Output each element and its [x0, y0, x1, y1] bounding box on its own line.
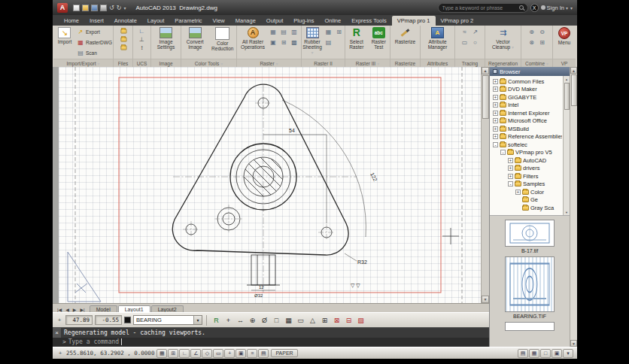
titlebar-options-icon[interactable]: ▾ [570, 5, 573, 11]
tool-button[interactable]: + [223, 314, 234, 326]
tool-button[interactable]: △ [307, 314, 318, 326]
panel-caption-raster2[interactable]: Raster II [302, 59, 345, 67]
all-raster-operations-button[interactable]: AAll Raster Operations [239, 27, 267, 50]
tree-item[interactable]: + drivers [491, 165, 562, 173]
new-file-icon[interactable] [73, 5, 80, 11]
layout-tab[interactable]: Model [90, 305, 117, 312]
file-thumbnail[interactable]: BEARING.TIF [490, 256, 570, 319]
scroll-down-icon[interactable]: ▼ [482, 296, 489, 303]
ucs-rotate-icon[interactable]: ↕ [138, 44, 146, 51]
raster-tool-icon[interactable]: ▤ [279, 27, 289, 37]
panel-caption-import-export[interactable]: Import/Export▾ [53, 59, 113, 67]
expand-icon[interactable]: + [508, 174, 513, 179]
scroll-up-icon[interactable]: ▲ [482, 67, 489, 74]
panel-caption-rasterize[interactable]: Rasterize [390, 59, 420, 67]
raster-test-button[interactable]: abcRaster Test [369, 27, 390, 50]
status-toggle-button[interactable]: ▣ [235, 349, 246, 358]
scroll-down-icon[interactable]: ▼ [570, 340, 577, 347]
status-icon-button[interactable]: ▤ [518, 349, 528, 358]
panel-caption-color-tools[interactable]: Color Tools▾ [181, 59, 236, 67]
paper-model-toggle[interactable]: PAPER [271, 349, 297, 357]
expand-icon[interactable]: + [493, 118, 498, 123]
file-attach-icon[interactable] [120, 36, 126, 43]
file-open-icon[interactable] [120, 28, 126, 35]
tool-button[interactable]: ⊞ [319, 314, 330, 326]
tool-button[interactable]: ⊕ [247, 314, 258, 326]
raster-tool-icon[interactable]: ▥ [290, 27, 299, 37]
raster-tool-icon[interactable]: ⊞ [279, 38, 289, 47]
layout-tab[interactable]: Layout2 [151, 305, 184, 312]
ribbon-tab[interactable]: Plug-ins [288, 16, 319, 26]
tree-item[interactable]: + GIGABYTE [491, 93, 562, 102]
export-button[interactable]: ↗Export [77, 27, 112, 37]
status-icon-button[interactable]: ▣ [552, 349, 562, 358]
tree-item[interactable]: + Reference Assemblies [491, 133, 562, 141]
rasterize-button[interactable]: Rasterize [391, 27, 419, 44]
raster2-tool-icon[interactable]: ▤ [324, 38, 333, 47]
image-settings-button[interactable]: Image Settings [152, 27, 180, 50]
tool-button[interactable]: ▨ [355, 314, 366, 326]
first-tab-icon[interactable]: |◀ [56, 307, 63, 312]
prev-tab-icon[interactable]: ◀ [64, 307, 71, 312]
tool-button[interactable]: ⊟ [343, 314, 354, 326]
scrollbar-thumb[interactable] [571, 74, 577, 106]
expand-icon[interactable]: + [493, 102, 498, 108]
status-toggle-button[interactable]: + [224, 349, 235, 358]
tree-item[interactable]: - VPmap pro V5 [491, 149, 562, 157]
tool-button[interactable]: ▦ [283, 314, 294, 326]
status-toggle-button[interactable]: ▦ [156, 349, 167, 358]
expand-icon[interactable]: + [493, 126, 498, 132]
exchange-apps-icon[interactable]: X [530, 4, 539, 12]
qat-dropdown-icon[interactable]: ▾ [123, 5, 126, 11]
tree-item[interactable]: Gray Sca [491, 204, 562, 212]
browser-panel-header[interactable]: Browser [490, 67, 570, 76]
raster-tool-icon[interactable]: ▩ [290, 38, 299, 47]
coordinate-readout[interactable]: 255.8610, 63.2902 , 0.0000 [66, 350, 154, 356]
scroll-up-icon[interactable]: ▲ [570, 67, 577, 74]
panel-caption-vp[interactable]: VP [553, 59, 576, 67]
combine-tool-icon[interactable]: ⊕ [527, 27, 536, 37]
last-tab-icon[interactable]: ▶| [78, 307, 86, 312]
ribbon-tab[interactable]: Manage [230, 16, 261, 26]
search-icon[interactable] [519, 5, 524, 10]
tool-button[interactable]: ↔ [235, 314, 246, 326]
panel-caption-tracing[interactable]: Tracing [455, 59, 485, 67]
tool-button[interactable]: ▭ [295, 314, 306, 326]
tree-item[interactable]: + Common Files [491, 77, 562, 86]
tree-item[interactable]: + AutoCAD [491, 156, 562, 165]
raster-tool-icon[interactable]: ▣ [269, 38, 278, 47]
redo-icon[interactable]: ↻ [117, 5, 122, 11]
drawing-canvas[interactable]: 54 122 R32 12 Ø32 ▽ ▽ [59, 67, 481, 303]
tracing-tool-icon[interactable]: ↗ [470, 27, 480, 37]
next-tab-icon[interactable]: ▶ [71, 307, 78, 312]
panel-caption-files[interactable]: Files [114, 59, 132, 67]
file-thumbnail-partial[interactable] [505, 322, 555, 331]
combine-tool-icon[interactable]: ⊗ [527, 38, 536, 47]
raster-tool-icon[interactable]: ▦ [269, 27, 278, 37]
tool-button[interactable]: R [211, 314, 222, 326]
tree-item[interactable]: - softelec [491, 141, 562, 149]
status-icon-button[interactable]: ▦ [529, 349, 539, 358]
ribbon-tab[interactable]: Parametric [169, 16, 207, 26]
ribbon-tab[interactable]: VPmap pro 2 [436, 16, 479, 26]
tree-item[interactable]: + DVD Maker [491, 86, 562, 94]
combine-tool-icon[interactable]: ⊞ [537, 38, 547, 47]
tree-item[interactable]: + MSBuild [491, 125, 562, 133]
panel-caption-regeneration[interactable]: Regeneration [485, 59, 521, 67]
combine-tool-icon[interactable]: ⊖ [537, 27, 547, 37]
expand-icon[interactable]: + [515, 190, 521, 195]
expand-icon[interactable]: + [493, 134, 498, 139]
layer-select[interactable]: BEARING▾ [133, 315, 202, 325]
save-icon[interactable] [91, 5, 98, 11]
expand-icon[interactable]: - [508, 181, 513, 187]
sign-in-button[interactable]: Sign In▾ [541, 5, 568, 11]
undo-icon[interactable]: ↺ [109, 5, 114, 11]
ribbon-tab[interactable]: Home [59, 16, 84, 26]
import-button[interactable]: ↘Import [54, 27, 75, 44]
expand-icon[interactable]: + [493, 95, 498, 100]
scrollbar-thumb[interactable] [482, 75, 489, 119]
command-input[interactable]: Type a command [68, 338, 119, 345]
ribbon-tab[interactable]: Annotate [109, 16, 142, 26]
status-icon-button[interactable]: ▾ [563, 349, 573, 358]
tool-button[interactable]: □ [271, 314, 282, 326]
